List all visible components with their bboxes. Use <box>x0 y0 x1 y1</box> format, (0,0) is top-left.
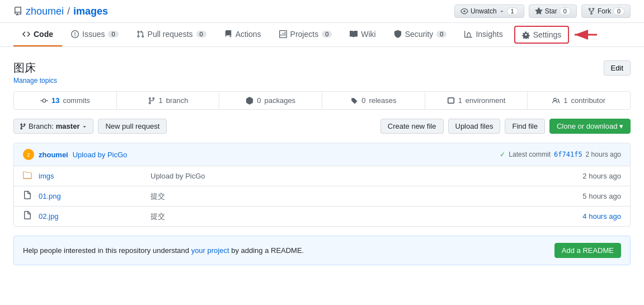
tab-pull-requests-label: Pull requests <box>148 30 193 39</box>
commit-info-row: z zhoumei Upload by PicGo ✓ Latest commi… <box>14 143 630 166</box>
packages-label: packages <box>264 96 295 105</box>
commit-check-icon: ✓ <box>500 151 505 158</box>
file-row: imgs Upload by PicGo 2 hours ago <box>14 166 630 186</box>
star-label: Star <box>545 7 557 15</box>
watch-button[interactable]: Unwatch 1 <box>454 4 524 18</box>
repo-icon <box>13 7 22 16</box>
commit-message[interactable]: Upload by PicGo <box>73 151 128 159</box>
action-bar-right: Create new file Upload files Find file C… <box>380 119 631 134</box>
commit-user[interactable]: zhoumei <box>39 151 68 159</box>
folder-icon <box>23 171 32 180</box>
settings-arrow <box>570 26 598 43</box>
file-row: 01.png 提交 5 hours ago <box>14 186 630 207</box>
contributors-count: 1 <box>563 96 567 105</box>
file-commit-01png: 提交 <box>151 191 554 201</box>
tab-settings[interactable]: Settings <box>514 26 570 44</box>
branch-current: master <box>56 122 80 130</box>
action-bar: Branch: master New pull request Create n… <box>13 119 631 134</box>
projects-badge: 0 <box>322 31 332 37</box>
star-button[interactable]: Star 0 <box>529 4 577 18</box>
tab-code-label: Code <box>34 30 53 39</box>
tab-wiki-label: Wiki <box>361 30 375 39</box>
watch-chevron-icon <box>499 8 505 14</box>
stat-branches: 1 branch <box>117 92 220 109</box>
tab-actions-label: Actions <box>236 30 261 39</box>
file-table: z zhoumei Upload by PicGo ✓ Latest commi… <box>13 143 631 227</box>
tab-insights-label: Insights <box>476 30 502 39</box>
new-pull-request-button[interactable]: New pull request <box>98 119 167 134</box>
watch-count: 1 <box>507 7 518 15</box>
projects-icon <box>279 30 287 38</box>
file-time-01png: 5 hours ago <box>554 192 621 200</box>
fork-icon <box>587 7 595 15</box>
repo-header: zhoumei / images Unwatch 1 Star 0 Fork 0 <box>0 0 644 23</box>
tab-projects[interactable]: Projects 0 <box>270 23 341 46</box>
repo-description-text: 图床 <box>13 60 57 76</box>
file-commit-imgs: Upload by PicGo <box>151 172 554 180</box>
star-count: 0 <box>560 7 571 15</box>
branch-selector-icon <box>20 123 26 130</box>
file-name-02jpg[interactable]: 02.jpg <box>39 212 151 220</box>
wiki-icon <box>350 30 358 38</box>
tab-projects-label: Projects <box>290 30 319 39</box>
upload-files-button[interactable]: Upload files <box>448 119 501 134</box>
issue-icon <box>71 30 79 38</box>
file-time-02jpg[interactable]: 4 hours ago <box>554 212 621 220</box>
security-icon <box>394 30 402 38</box>
tab-insights[interactable]: Insights <box>455 23 511 46</box>
tab-issues[interactable]: Issues 0 <box>62 23 128 46</box>
environments-count: 1 <box>458 96 462 105</box>
packages-icon <box>246 97 253 105</box>
main-content: 图床 Manage topics Edit 13 commits 1 branc… <box>0 47 644 279</box>
clone-or-download-button[interactable]: Clone or download ▾ <box>549 119 631 134</box>
commits-count[interactable]: 13 <box>51 96 59 105</box>
settings-icon <box>522 31 530 39</box>
contributors-label: contributor <box>571 96 605 105</box>
file-name-imgs[interactable]: imgs <box>39 172 151 180</box>
repo-name-link[interactable]: images <box>73 6 108 17</box>
pull-requests-badge: 0 <box>196 31 206 37</box>
readme-notice: Help people interested in this repositor… <box>13 236 631 265</box>
insights-icon <box>464 30 472 38</box>
actions-icon <box>224 30 232 38</box>
stat-contributors: 1 contributor <box>528 92 630 109</box>
fork-button[interactable]: Fork 0 <box>581 4 631 18</box>
repo-nav: Code Issues 0 Pull requests 0 Actions Pr… <box>0 23 644 47</box>
branch-icon <box>148 97 156 105</box>
file-name-01png[interactable]: 01.png <box>39 192 151 200</box>
tab-pull-requests[interactable]: Pull requests 0 <box>128 23 215 46</box>
fork-count: 0 <box>613 7 624 15</box>
packages-count: 0 <box>257 96 261 105</box>
issues-badge: 0 <box>108 31 118 37</box>
stat-packages: 0 packages <box>219 92 322 109</box>
readme-notice-text: Help people interested in this repositor… <box>23 246 304 255</box>
watch-label: Unwatch <box>471 7 497 15</box>
pr-icon <box>137 30 144 38</box>
action-bar-left: Branch: master New pull request <box>13 119 167 134</box>
tab-security[interactable]: Security 0 <box>385 23 456 46</box>
create-new-file-button[interactable]: Create new file <box>380 119 444 134</box>
releases-count: 0 <box>361 96 365 105</box>
readme-project-link[interactable]: your project <box>191 246 229 255</box>
environments-label: environment <box>466 96 506 105</box>
tab-security-label: Security <box>405 30 434 39</box>
repo-description: 图床 Manage topics Edit <box>13 60 631 85</box>
repo-owner-link[interactable]: zhoumei <box>26 6 64 17</box>
branch-selector[interactable]: Branch: master <box>13 119 93 134</box>
commit-sha[interactable]: 6f741f5 <box>554 151 582 158</box>
contributor-icon <box>552 97 560 105</box>
find-file-button[interactable]: Find file <box>505 119 545 134</box>
tab-actions[interactable]: Actions <box>215 23 270 46</box>
edit-button[interactable]: Edit <box>604 60 631 76</box>
tab-code[interactable]: Code <box>13 23 62 46</box>
stat-releases: 0 releases <box>322 92 425 109</box>
add-readme-button[interactable]: Add a README <box>554 243 621 258</box>
stats-bar: 13 commits 1 branch 0 packages 0 release… <box>13 91 631 110</box>
manage-topics-link[interactable]: Manage topics <box>13 77 57 85</box>
watch-icon <box>460 7 468 15</box>
stat-environments: 1 environment <box>425 92 528 109</box>
repo-actions: Unwatch 1 Star 0 Fork 0 <box>454 4 631 18</box>
tab-issues-label: Issues <box>82 30 105 39</box>
star-icon <box>535 7 543 15</box>
tab-wiki[interactable]: Wiki <box>341 23 384 46</box>
